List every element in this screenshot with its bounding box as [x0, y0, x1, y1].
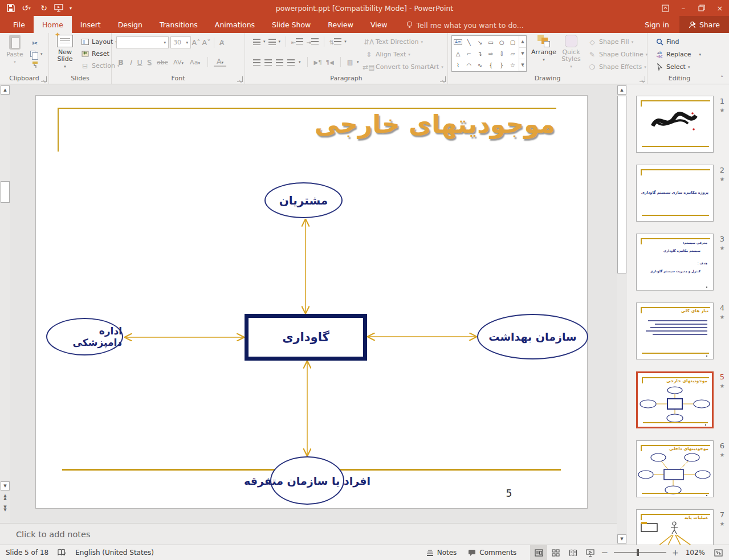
font-color-button[interactable]: A▾ — [214, 57, 226, 67]
zoom-slider-thumb[interactable] — [637, 549, 639, 556]
tab-insert[interactable]: Insert — [72, 16, 109, 33]
zoom-in-button[interactable]: + — [670, 545, 681, 560]
slide-thumbnail-4[interactable]: نیاز های کلی — [636, 303, 714, 359]
align-right-icon[interactable] — [276, 59, 283, 66]
convert-to-smartart-button[interactable]: ⇄▤ Convert to SmartArt▾ — [363, 62, 445, 72]
select-button[interactable]: Select▾ — [653, 62, 703, 72]
italic-button[interactable]: I — [128, 58, 133, 67]
comments-toggle[interactable]: Comments — [462, 545, 522, 560]
tab-transitions[interactable]: Transitions — [151, 16, 206, 33]
justify-icon[interactable] — [287, 59, 295, 66]
increase-indent-icon[interactable]: ⇥ — [306, 38, 318, 46]
font-dialog-launcher[interactable] — [237, 76, 243, 82]
rtl-direction-icon[interactable]: ¶◀ — [326, 59, 334, 66]
numbering-icon[interactable] — [268, 39, 276, 45]
align-left-icon[interactable] — [253, 59, 260, 66]
drawing-dialog-launcher[interactable] — [640, 76, 645, 82]
thumbs-scroll-up-icon[interactable]: ▲ — [617, 85, 626, 95]
save-icon[interactable] — [5, 2, 17, 14]
change-case-button[interactable]: Aa▾ — [188, 59, 202, 66]
paste-button[interactable]: Paste ▾ — [2, 35, 27, 72]
undo-icon[interactable]: ↺▾ — [19, 2, 35, 14]
scrollbar-thumb[interactable] — [1, 181, 10, 203]
shapes-gallery[interactable]: A≡ ╲↘▭○▢ △⌐↴⇨⇩▱ ⌇◠∿{}☆ ▲ ▼ ▼̱ — [451, 35, 527, 72]
ltr-direction-icon[interactable]: ▶¶ — [314, 59, 322, 66]
share-button[interactable]: Share — [679, 16, 729, 33]
zoom-slider[interactable] — [614, 552, 666, 553]
shape-outline-button[interactable]: ✎ Shape Outline▾ — [586, 49, 649, 60]
decrease-font-size-icon[interactable]: A˅ — [201, 38, 211, 47]
slide-thumbnail-2[interactable]: پروژه مکانیزه سازی سیستم گاوداری — [636, 165, 714, 222]
tab-design[interactable]: Design — [109, 16, 151, 33]
slide-thumbnail-3[interactable]: معرفی سیستم: سیستم مکانیزه گاوداری هدف :… — [636, 234, 714, 291]
slide-thumbnail-5-selected[interactable]: موجودیتهای خارجی — [636, 371, 714, 428]
shapes-more-icon[interactable]: ▼̱ — [519, 59, 526, 71]
new-slide-button[interactable]: New Slide ▾ — [52, 35, 78, 72]
decrease-indent-icon[interactable]: ⇤ — [291, 38, 303, 46]
character-spacing-button[interactable]: AV▾ — [172, 59, 185, 66]
align-text-button[interactable]: ⇕ Align Text▾ — [363, 49, 445, 60]
slide-show-view-button[interactable] — [581, 545, 598, 560]
slide-thumbnail-1[interactable] — [636, 96, 714, 153]
scroll-up-icon[interactable]: ▲ — [1, 85, 10, 95]
notes-pane[interactable]: Click to add notes — [0, 523, 617, 545]
thumbs-scrollbar-thumb[interactable] — [617, 96, 626, 273]
slide-thumbnail-7[interactable]: عملیات پایه — [636, 509, 714, 545]
bullets-icon[interactable] — [253, 39, 260, 45]
notes-toggle[interactable]: Notes — [421, 545, 463, 560]
thumbs-scroll-down-icon[interactable]: ▼ — [617, 534, 626, 543]
entity-misc-people[interactable]: افراد یا سازمان متفرقه — [270, 456, 344, 505]
redo-icon[interactable]: ↻ — [38, 2, 50, 14]
minimize-icon[interactable]: – — [674, 0, 693, 16]
slide-indicator[interactable]: Slide 5 of 18 — [0, 545, 54, 560]
text-direction-button[interactable]: ⇵A Text Direction▾ — [363, 36, 445, 47]
font-name-select[interactable]: ▾ — [116, 36, 169, 48]
columns-icon[interactable]: ▥ — [347, 59, 353, 66]
normal-view-button[interactable] — [530, 545, 547, 560]
start-from-beginning-icon[interactable] — [52, 2, 65, 14]
language-indicator[interactable]: English (United States) — [70, 545, 160, 560]
tab-home[interactable]: Home — [34, 16, 72, 33]
tab-slide-show[interactable]: Slide Show — [263, 16, 319, 33]
reading-view-button[interactable] — [564, 545, 581, 560]
clear-formatting-icon[interactable]: A̷ — [217, 38, 227, 47]
shapes-gallery-scrollbar[interactable]: ▲ ▼ ▼̱ — [519, 36, 526, 71]
zoom-level[interactable]: 102% — [681, 545, 710, 560]
next-slide-button[interactable]: ▼▼ — [2, 505, 9, 513]
ribbon-display-options-icon[interactable] — [656, 0, 674, 16]
previous-slide-button[interactable]: ▲▲ — [2, 493, 9, 501]
sign-in-button[interactable]: Sign in — [634, 21, 679, 29]
font-size-select[interactable]: 30▾ — [170, 36, 191, 48]
tab-animations[interactable]: Animations — [206, 16, 263, 33]
slide-canvas[interactable]: موجودیتهای خارجی مشتریان اداره دامپزشکی — [35, 95, 588, 509]
close-icon[interactable]: × — [711, 0, 729, 16]
shapes-scroll-down-icon[interactable]: ▼ — [519, 48, 526, 60]
collapse-ribbon-icon[interactable]: ˄ — [720, 75, 723, 81]
slide-sorter-view-button[interactable] — [547, 545, 564, 560]
format-painter-button[interactable] — [28, 59, 44, 70]
clipboard-dialog-launcher[interactable] — [41, 76, 47, 82]
thumbnail-pane-scrollbar[interactable]: ▲ ▼ — [617, 84, 627, 545]
entity-health-organization[interactable]: سازمان بهداشت — [477, 314, 588, 359]
fit-slide-to-window-icon[interactable] — [710, 545, 727, 560]
bold-button[interactable]: B — [117, 58, 124, 67]
underline-button[interactable]: U — [137, 58, 142, 67]
tab-review[interactable]: Review — [319, 16, 362, 33]
customize-qat-icon[interactable]: ▾ — [67, 2, 74, 14]
arrange-button[interactable]: Arrange ▾ — [531, 35, 556, 72]
paragraph-dialog-launcher[interactable] — [440, 76, 446, 82]
tab-view[interactable]: View — [362, 16, 396, 33]
restore-icon[interactable] — [693, 0, 711, 16]
quick-styles-button[interactable]: Quick Styles ▾ — [559, 35, 584, 72]
editor-vertical-scrollbar[interactable]: ▲ ▼ ▲▲ ▼▼ — [0, 84, 10, 523]
tab-file[interactable]: File — [5, 16, 34, 33]
shapes-scroll-up-icon[interactable]: ▲ — [519, 36, 526, 48]
central-process-box[interactable]: گاوداری — [245, 314, 367, 361]
spell-check-icon[interactable] — [54, 545, 70, 560]
zoom-out-button[interactable]: − — [598, 545, 610, 560]
find-button[interactable]: Find — [653, 36, 703, 47]
copy-button[interactable]: ▾ — [28, 48, 44, 59]
shape-fill-button[interactable]: ◇ Shape Fill▾ — [586, 36, 649, 47]
entity-veterinary-office[interactable]: اداره دامپزشکی — [46, 318, 123, 355]
shape-effects-button[interactable]: ❍ Shape Effects▾ — [586, 62, 649, 72]
